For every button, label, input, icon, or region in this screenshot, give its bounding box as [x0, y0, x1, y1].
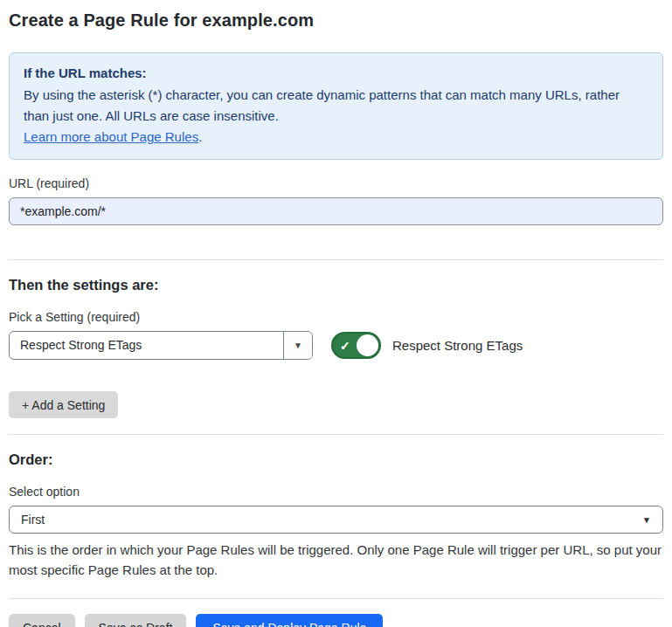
url-match-info-box: If the URL matches: By using the asteris…: [9, 52, 663, 160]
order-select-label: Select option: [9, 485, 663, 499]
pick-setting-label: Pick a Setting (required): [9, 310, 663, 324]
add-setting-button[interactable]: + Add a Setting: [9, 391, 118, 418]
setting-row: Respect Strong ETags ▼ ✓ Respect Strong …: [9, 331, 663, 360]
url-field-label: URL (required): [9, 176, 663, 190]
etags-toggle[interactable]: ✓: [331, 332, 381, 359]
order-help-text: This is the order in which your Page Rul…: [9, 540, 663, 580]
divider: [9, 598, 663, 599]
save-draft-button[interactable]: Save as Draft: [85, 614, 187, 627]
cancel-button[interactable]: Cancel: [9, 614, 75, 627]
link-period: .: [198, 129, 202, 144]
page-rule-form: Create a Page Rule for example.com If th…: [0, 0, 672, 627]
url-input[interactable]: [9, 197, 663, 225]
order-section-heading: Order:: [9, 451, 663, 468]
learn-more-link[interactable]: Learn more about Page Rules: [24, 129, 198, 144]
settings-section-heading: Then the settings are:: [9, 277, 663, 293]
divider: [9, 259, 663, 260]
form-actions: Cancel Save as Draft Save and Deploy Pag…: [9, 614, 663, 627]
order-select-value: First: [21, 513, 45, 527]
info-box-link-line: Learn more about Page Rules.: [24, 127, 648, 148]
save-deploy-button[interactable]: Save and Deploy Page Rule: [196, 614, 383, 627]
divider: [9, 434, 663, 435]
setting-dropdown[interactable]: Respect Strong ETags ▼: [9, 331, 313, 360]
toggle-knob: [357, 334, 378, 356]
chevron-down-icon: ▼: [642, 515, 651, 525]
setting-dropdown-arrow-button[interactable]: ▼: [283, 332, 312, 359]
chevron-down-icon: ▼: [294, 341, 302, 350]
toggle-label: Respect Strong ETags: [392, 338, 523, 353]
info-box-heading: If the URL matches:: [24, 63, 648, 84]
info-box-body: By using the asterisk (*) character, you…: [24, 85, 648, 127]
order-select[interactable]: First ▼: [9, 506, 663, 534]
page-title: Create a Page Rule for example.com: [9, 10, 663, 31]
check-icon: ✓: [340, 338, 350, 352]
setting-dropdown-value: Respect Strong ETags: [10, 332, 283, 359]
